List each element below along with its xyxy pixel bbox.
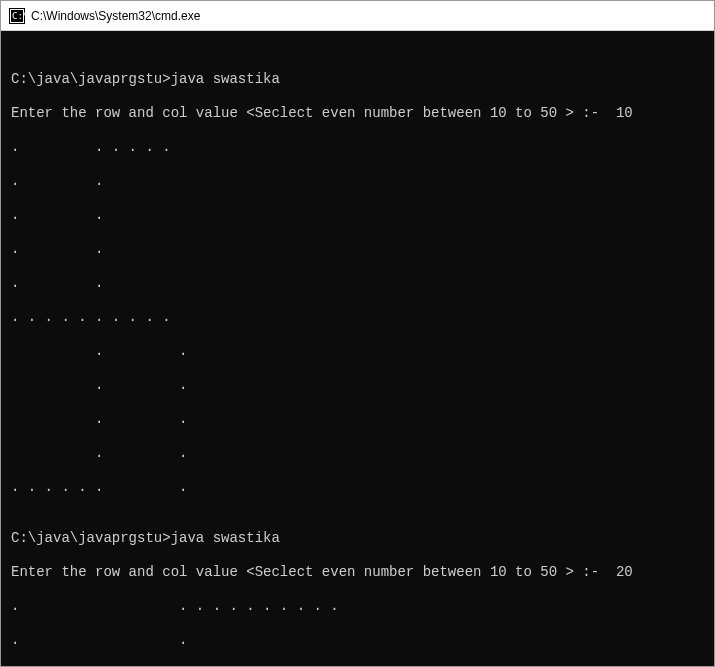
console-output: . . [11, 241, 704, 258]
console-output: . . . . . . . . . . [11, 309, 704, 326]
console-output: . . [11, 377, 704, 394]
console-output: Enter the row and col value <Seclect eve… [11, 564, 704, 581]
console-output: C:\java\javaprgstu>java swastika [11, 530, 704, 547]
console-output: . . [11, 173, 704, 190]
console-output: Enter the row and col value <Seclect eve… [11, 105, 704, 122]
console-output: . . . . . . . . . . . [11, 598, 704, 615]
console-output: . . . . . . . [11, 479, 704, 496]
console-output: . . [11, 445, 704, 462]
console-output: . . [11, 207, 704, 224]
console-output: . . [11, 632, 704, 649]
svg-text:C:\: C:\ [12, 11, 25, 21]
console-output: . . [11, 275, 704, 292]
console-output: . . [11, 411, 704, 428]
console-area[interactable]: C:\java\javaprgstu>java swastika Enter t… [1, 31, 714, 666]
cmd-icon: C:\ [9, 8, 25, 24]
cmd-window: C:\ C:\Windows\System32\cmd.exe C:\java\… [0, 0, 715, 667]
console-output: . . [11, 343, 704, 360]
titlebar[interactable]: C:\ C:\Windows\System32\cmd.exe [1, 1, 714, 31]
console-output: . . . . . . [11, 139, 704, 156]
console-output: C:\java\javaprgstu>java swastika [11, 71, 704, 88]
window-title: C:\Windows\System32\cmd.exe [31, 9, 706, 23]
